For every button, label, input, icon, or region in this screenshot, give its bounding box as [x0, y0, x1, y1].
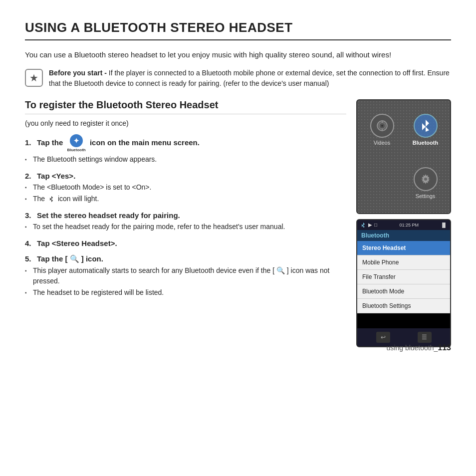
status-left-icons: ▶ □: [360, 222, 377, 228]
bluetooth-small-icon: [48, 196, 55, 203]
step-3-header: 3. Set the stereo headset ready for pair…: [25, 211, 346, 220]
battery-icon: ▐▌: [441, 223, 447, 228]
menu-item-empty: [362, 159, 402, 208]
status-time: 01:25 PM: [399, 223, 419, 228]
menu-stereo-headset[interactable]: Stereo Headset: [357, 241, 450, 255]
page-footer: using bluetooth_113: [387, 343, 451, 352]
menu-item-videos: Videos: [362, 105, 402, 155]
videos-icon: [370, 114, 394, 138]
page-title: USING A BLUETOOTH STEREO HEADSET: [25, 20, 451, 40]
step-4-num: 4.: [25, 239, 34, 247]
step-5-header: 5. Tap the [ 🔍 ] icon.: [25, 254, 346, 263]
menu-mobile-phone[interactable]: Mobile Phone: [357, 255, 450, 270]
step-4: 4. Tap <Stereo Headset>.: [25, 239, 346, 247]
videos-label: Videos: [374, 140, 390, 146]
step-2: 2. Tap <Yes>. The <Bluetooth Mode> is se…: [25, 172, 346, 204]
menu-item-bluetooth: Bluetooth: [406, 105, 445, 155]
menu-item-settings: Settings: [406, 159, 445, 208]
step-1-bullet-1: The Bluetooth settings window appears.: [25, 154, 346, 165]
section-heading: To register the Bluetooth Stereo Headset: [25, 99, 346, 114]
svg-point-2: [381, 125, 383, 127]
step-5-bullets: This player automatically starts to sear…: [25, 265, 346, 298]
note-box: ★ Before you start - If the player is co…: [25, 68, 451, 89]
step-2-text: Tap <Yes>.: [37, 172, 75, 180]
settings-icon: [414, 167, 438, 191]
svg-point-6: [424, 178, 427, 181]
device-screen-top: Videos Bluetooth: [356, 99, 451, 214]
step-5-bullet-2: The headset to be registered will be lis…: [25, 287, 346, 298]
step-2-bullets: The <Bluetooth Mode> is set to <On>. The…: [25, 182, 346, 204]
intro-text: You can use a Bluetooth stereo headset t…: [25, 49, 451, 61]
step-3: 3. Set the stereo headset ready for pair…: [25, 211, 346, 232]
left-column: To register the Bluetooth Stereo Headset…: [25, 99, 346, 347]
step-3-bullets: To set the headset ready for the pairing…: [25, 222, 346, 232]
device-menu-list: Stereo Headset Mobile Phone File Transfe…: [357, 241, 450, 313]
step-1: 1. Tap the ✦ Bluetooth icon on the main …: [25, 134, 346, 165]
step-5-num: 5.: [25, 254, 34, 263]
step-5-bold: [ 🔍 ] icon: [65, 254, 101, 263]
bluetooth-icon-inline: ✦ Bluetooth: [67, 134, 85, 152]
menu-bluetooth-settings[interactable]: Bluetooth Settings: [357, 299, 450, 313]
step-4-text: Tap <Stereo Headset>.: [37, 239, 117, 247]
settings-svg: [420, 173, 432, 185]
star-icon: ★: [25, 69, 43, 87]
step-3-num: 3.: [25, 211, 34, 220]
device-screen-bottom: ▶ □ 01:25 PM ▐▌ Bluetooth Stereo Headset…: [356, 219, 451, 347]
step-4-bold: <Stereo Headset>: [52, 239, 115, 247]
settings-label: Settings: [416, 193, 436, 199]
step-1-num: 1.: [25, 138, 34, 147]
bluetooth-label: Bluetooth: [413, 140, 438, 146]
note-text: If the player is connected to a Bluetoot…: [49, 69, 450, 88]
step-2-header: 2. Tap <Yes>.: [25, 172, 346, 180]
spacer: [357, 313, 450, 328]
note-content: Before you start - If the player is conn…: [49, 68, 451, 89]
menu-bluetooth-mode[interactable]: Bluetooth Mode: [357, 284, 450, 299]
step-2-bullet-2: The icon will light.: [25, 194, 346, 204]
step-5: 5. Tap the [ 🔍 ] icon. This player autom…: [25, 254, 346, 298]
step-2-bullet-1: The <Bluetooth Mode> is set to <On>.: [25, 182, 346, 193]
device-status-bar: ▶ □ 01:25 PM ▐▌: [357, 220, 450, 230]
status-play: ▶: [368, 222, 372, 228]
bluetooth-svg: [420, 119, 431, 133]
right-column: Videos Bluetooth: [356, 99, 451, 347]
bt-status-icon: [360, 222, 366, 228]
menu-file-transfer[interactable]: File Transfer: [357, 270, 450, 284]
footer-text: using bluetooth_: [387, 344, 438, 352]
step-1-bullets: The Bluetooth settings window appears.: [25, 154, 346, 165]
menu-grid: Videos Bluetooth: [362, 105, 445, 208]
step-3-bullet-1: To set the headset ready for the pairing…: [25, 222, 346, 232]
bluetooth-menu-icon: [414, 114, 438, 138]
page-number: 113: [438, 343, 451, 352]
status-right: ▐▌: [441, 223, 447, 228]
step-1-text: Tap the ✦ Bluetooth icon on the main men…: [37, 134, 200, 152]
back-button[interactable]: ↩: [376, 332, 390, 343]
step-5-text: Tap the [ 🔍 ] icon.: [37, 254, 103, 263]
step-1-bold: icon: [90, 138, 105, 147]
step-5-bullet-1: This player automatically starts to sear…: [25, 265, 346, 286]
page-container: USING A BLUETOOTH STEREO HEADSET You can…: [0, 0, 476, 362]
bt-circle: ✦: [70, 134, 83, 147]
device-header: Bluetooth: [357, 230, 450, 241]
sub-text: (you only need to register it once): [25, 119, 346, 127]
videos-svg: [376, 120, 388, 132]
step-3-text: Set the stereo headset ready for pairing…: [37, 211, 180, 220]
menu-button[interactable]: ☰: [418, 332, 432, 343]
step-4-header: 4. Tap <Stereo Headset>.: [25, 239, 346, 247]
step-2-num: 2.: [25, 172, 34, 180]
step-2-bold: <Yes>: [52, 172, 73, 180]
main-content: To register the Bluetooth Stereo Headset…: [25, 99, 451, 347]
step-1-header: 1. Tap the ✦ Bluetooth icon on the main …: [25, 134, 346, 152]
status-stop: □: [374, 222, 377, 228]
note-label: Before you start -: [49, 69, 107, 77]
